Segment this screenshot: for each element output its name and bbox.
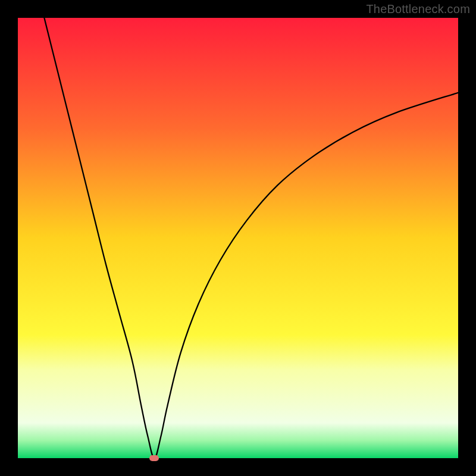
watermark-text: TheBottleneck.com <box>366 2 470 16</box>
dip-marker <box>149 455 159 461</box>
gradient-background <box>18 18 458 458</box>
plot-area <box>18 18 458 458</box>
chart-frame: TheBottleneck.com <box>0 0 476 476</box>
chart-svg <box>18 18 458 458</box>
